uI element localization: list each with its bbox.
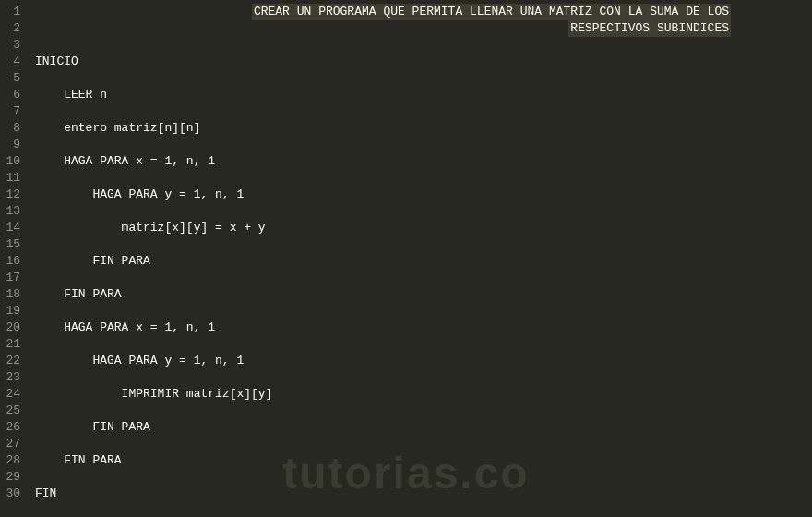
line-number: 29 bbox=[4, 469, 20, 486]
code-line[interactable]: HAGA PARA x = 1, n, 1 bbox=[28, 319, 812, 336]
line-number: 3 bbox=[4, 37, 20, 54]
line-number: 16 bbox=[4, 253, 20, 270]
code-line[interactable] bbox=[28, 270, 812, 286]
line-number: 2 bbox=[4, 20, 20, 37]
code-line[interactable]: FIN bbox=[28, 486, 812, 502]
code-line[interactable] bbox=[28, 469, 812, 486]
code-line[interactable] bbox=[28, 369, 812, 386]
line-number: 5 bbox=[4, 70, 20, 87]
code-line[interactable] bbox=[28, 70, 812, 87]
line-number: 11 bbox=[4, 170, 20, 186]
code-line[interactable]: HAGA PARA y = 1, n, 1 bbox=[28, 353, 812, 369]
code-line[interactable] bbox=[28, 403, 812, 419]
code-line[interactable]: FIN PARA bbox=[28, 253, 812, 270]
code-editor: 1234567891011121314151617181920212223242… bbox=[0, 0, 812, 517]
line-number: 17 bbox=[4, 270, 20, 286]
line-number: 30 bbox=[4, 486, 20, 502]
code-line[interactable]: CREAR·UN·PROGRAMA·QUE·PERMITA·LLENAR·UNA… bbox=[28, 4, 812, 20]
code-line[interactable]: RESPECTIVOS·SUBINDICES bbox=[28, 20, 812, 37]
line-number: 28 bbox=[4, 452, 20, 469]
line-number: 27 bbox=[4, 436, 20, 452]
line-number: 19 bbox=[4, 303, 20, 319]
code-line[interactable] bbox=[28, 137, 812, 153]
code-line[interactable] bbox=[28, 37, 812, 54]
code-line[interactable] bbox=[28, 336, 812, 353]
line-number: 8 bbox=[4, 120, 20, 137]
line-number: 24 bbox=[4, 386, 20, 403]
line-number: 12 bbox=[4, 186, 20, 203]
line-number-gutter: 1234567891011121314151617181920212223242… bbox=[0, 0, 28, 517]
line-number: 15 bbox=[4, 236, 20, 253]
line-number: 4 bbox=[4, 54, 20, 70]
line-number: 7 bbox=[4, 103, 20, 120]
code-line[interactable]: entero matriz[n][n] bbox=[28, 120, 812, 137]
code-line[interactable] bbox=[28, 236, 812, 253]
code-line[interactable]: FIN PARA bbox=[28, 452, 812, 469]
line-number: 10 bbox=[4, 153, 20, 170]
line-number: 23 bbox=[4, 369, 20, 386]
line-number: 25 bbox=[4, 403, 20, 419]
code-line[interactable] bbox=[28, 203, 812, 220]
code-line[interactable]: IMPRIMIR matriz[x][y] bbox=[28, 386, 812, 403]
line-number: 21 bbox=[4, 336, 20, 353]
code-line[interactable] bbox=[28, 103, 812, 120]
code-line[interactable]: INICIO bbox=[28, 54, 812, 70]
line-number: 9 bbox=[4, 137, 20, 153]
code-line[interactable]: HAGA PARA y = 1, n, 1 bbox=[28, 186, 812, 203]
code-line[interactable] bbox=[28, 170, 812, 186]
code-line[interactable]: matriz[x][y] = x + y bbox=[28, 220, 812, 236]
line-number: 22 bbox=[4, 353, 20, 369]
code-line[interactable] bbox=[28, 303, 812, 319]
code-line[interactable]: LEER n bbox=[28, 87, 812, 103]
line-number: 18 bbox=[4, 286, 20, 303]
code-line[interactable] bbox=[28, 436, 812, 452]
code-line[interactable]: FIN PARA bbox=[28, 419, 812, 436]
code-line[interactable]: HAGA PARA x = 1, n, 1 bbox=[28, 153, 812, 170]
line-number: 6 bbox=[4, 87, 20, 103]
code-line[interactable]: FIN PARA bbox=[28, 286, 812, 303]
line-number: 26 bbox=[4, 419, 20, 436]
line-number: 20 bbox=[4, 319, 20, 336]
line-number: 13 bbox=[4, 203, 20, 220]
line-number: 1 bbox=[4, 4, 20, 20]
code-content-area[interactable]: CREAR·UN·PROGRAMA·QUE·PERMITA·LLENAR·UNA… bbox=[28, 0, 812, 517]
line-number: 14 bbox=[4, 220, 20, 236]
